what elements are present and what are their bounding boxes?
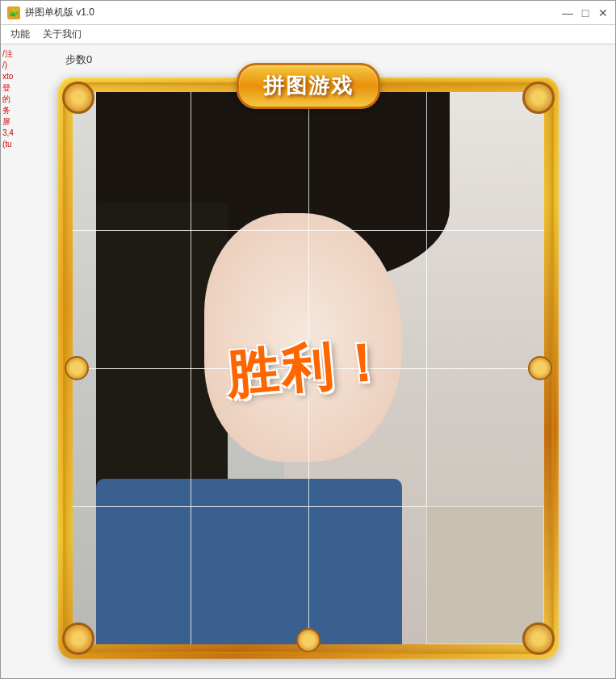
- minimize-button[interactable]: —: [562, 7, 573, 19]
- corner-decoration-bl: [62, 622, 94, 655]
- frame-border: 拼图游戏: [58, 78, 559, 659]
- puzzle-area[interactable]: 胜利！: [73, 92, 544, 644]
- bump-left: [65, 356, 89, 380]
- title-bar-left: 🧩 拼图单机版 v1.0: [7, 6, 94, 19]
- shirt-blue: [96, 479, 403, 644]
- left-sidebar-text: /注 /) xto 登 的 务屏 3,4 (tu: [1, 44, 19, 678]
- bump-bottom: [296, 628, 321, 652]
- app-icon: 🧩: [7, 6, 20, 19]
- game-title-banner: 拼图游戏: [237, 63, 380, 109]
- game-title: 拼图游戏: [263, 73, 354, 98]
- window-controls: — □ ✕: [562, 7, 609, 19]
- corner-decoration-br: [522, 622, 555, 655]
- bump-right: [528, 356, 552, 380]
- menu-item-features[interactable]: 功能: [4, 26, 36, 43]
- corner-decoration-tr: [522, 82, 555, 114]
- content-area: /注 /) xto 登 的 务屏 3,4 (tu 步数0: [1, 44, 615, 678]
- title-bar: 🧩 拼图单机版 v1.0 — □ ✕: [1, 1, 615, 25]
- empty-tile[interactable]: [426, 506, 544, 644]
- maximize-button[interactable]: □: [580, 7, 591, 19]
- game-frame: 拼图游戏: [58, 78, 559, 659]
- close-button[interactable]: ✕: [597, 7, 609, 19]
- menu-item-about[interactable]: 关于我们: [36, 26, 88, 43]
- corner-decoration-tl: [62, 82, 94, 114]
- face: [204, 213, 402, 462]
- steps-counter: 步数0: [65, 52, 92, 67]
- app-window: 🧩 拼图单机版 v1.0 — □ ✕ 功能 关于我们 /注 /) xto 登 的…: [0, 0, 616, 679]
- window-title: 拼图单机版 v1.0: [25, 6, 94, 19]
- menu-bar: 功能 关于我们: [1, 25, 615, 44]
